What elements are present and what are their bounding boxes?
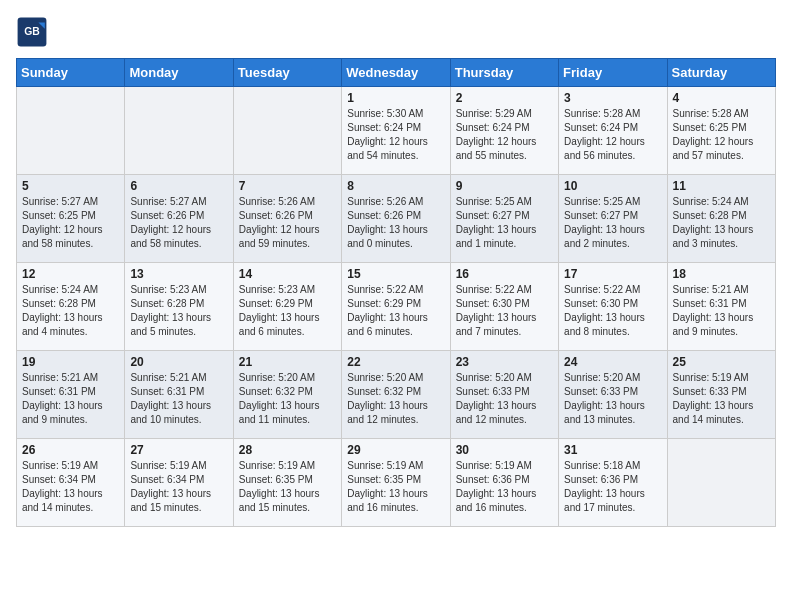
day-number: 28 (239, 443, 336, 457)
day-info: Sunrise: 5:19 AM Sunset: 6:35 PM Dayligh… (239, 459, 336, 515)
day-cell-17: 17Sunrise: 5:22 AM Sunset: 6:30 PM Dayli… (559, 263, 667, 351)
day-info: Sunrise: 5:19 AM Sunset: 6:34 PM Dayligh… (22, 459, 119, 515)
day-info: Sunrise: 5:19 AM Sunset: 6:36 PM Dayligh… (456, 459, 553, 515)
day-info: Sunrise: 5:20 AM Sunset: 6:33 PM Dayligh… (456, 371, 553, 427)
empty-cell (125, 87, 233, 175)
day-cell-2: 2Sunrise: 5:29 AM Sunset: 6:24 PM Daylig… (450, 87, 558, 175)
day-cell-20: 20Sunrise: 5:21 AM Sunset: 6:31 PM Dayli… (125, 351, 233, 439)
svg-text:GB: GB (24, 26, 40, 37)
day-number: 12 (22, 267, 119, 281)
day-cell-29: 29Sunrise: 5:19 AM Sunset: 6:35 PM Dayli… (342, 439, 450, 527)
day-cell-16: 16Sunrise: 5:22 AM Sunset: 6:30 PM Dayli… (450, 263, 558, 351)
day-cell-11: 11Sunrise: 5:24 AM Sunset: 6:28 PM Dayli… (667, 175, 775, 263)
day-cell-31: 31Sunrise: 5:18 AM Sunset: 6:36 PM Dayli… (559, 439, 667, 527)
day-number: 1 (347, 91, 444, 105)
day-info: Sunrise: 5:24 AM Sunset: 6:28 PM Dayligh… (673, 195, 770, 251)
day-info: Sunrise: 5:20 AM Sunset: 6:32 PM Dayligh… (347, 371, 444, 427)
empty-cell (233, 87, 341, 175)
day-number: 17 (564, 267, 661, 281)
day-number: 24 (564, 355, 661, 369)
day-number: 11 (673, 179, 770, 193)
day-info: Sunrise: 5:19 AM Sunset: 6:35 PM Dayligh… (347, 459, 444, 515)
day-number: 10 (564, 179, 661, 193)
day-info: Sunrise: 5:21 AM Sunset: 6:31 PM Dayligh… (130, 371, 227, 427)
day-info: Sunrise: 5:30 AM Sunset: 6:24 PM Dayligh… (347, 107, 444, 163)
day-info: Sunrise: 5:25 AM Sunset: 6:27 PM Dayligh… (456, 195, 553, 251)
day-info: Sunrise: 5:21 AM Sunset: 6:31 PM Dayligh… (673, 283, 770, 339)
weekday-header-friday: Friday (559, 59, 667, 87)
weekday-header-sunday: Sunday (17, 59, 125, 87)
day-cell-4: 4Sunrise: 5:28 AM Sunset: 6:25 PM Daylig… (667, 87, 775, 175)
day-cell-28: 28Sunrise: 5:19 AM Sunset: 6:35 PM Dayli… (233, 439, 341, 527)
day-cell-12: 12Sunrise: 5:24 AM Sunset: 6:28 PM Dayli… (17, 263, 125, 351)
day-info: Sunrise: 5:19 AM Sunset: 6:34 PM Dayligh… (130, 459, 227, 515)
weekday-header-saturday: Saturday (667, 59, 775, 87)
day-cell-15: 15Sunrise: 5:22 AM Sunset: 6:29 PM Dayli… (342, 263, 450, 351)
day-number: 9 (456, 179, 553, 193)
empty-cell (667, 439, 775, 527)
day-number: 8 (347, 179, 444, 193)
day-number: 27 (130, 443, 227, 457)
day-number: 13 (130, 267, 227, 281)
day-cell-21: 21Sunrise: 5:20 AM Sunset: 6:32 PM Dayli… (233, 351, 341, 439)
week-row-5: 26Sunrise: 5:19 AM Sunset: 6:34 PM Dayli… (17, 439, 776, 527)
day-cell-25: 25Sunrise: 5:19 AM Sunset: 6:33 PM Dayli… (667, 351, 775, 439)
day-cell-5: 5Sunrise: 5:27 AM Sunset: 6:25 PM Daylig… (17, 175, 125, 263)
day-info: Sunrise: 5:29 AM Sunset: 6:24 PM Dayligh… (456, 107, 553, 163)
day-cell-3: 3Sunrise: 5:28 AM Sunset: 6:24 PM Daylig… (559, 87, 667, 175)
day-number: 19 (22, 355, 119, 369)
day-info: Sunrise: 5:22 AM Sunset: 6:30 PM Dayligh… (456, 283, 553, 339)
day-info: Sunrise: 5:23 AM Sunset: 6:29 PM Dayligh… (239, 283, 336, 339)
day-number: 29 (347, 443, 444, 457)
day-cell-19: 19Sunrise: 5:21 AM Sunset: 6:31 PM Dayli… (17, 351, 125, 439)
day-cell-8: 8Sunrise: 5:26 AM Sunset: 6:26 PM Daylig… (342, 175, 450, 263)
day-cell-23: 23Sunrise: 5:20 AM Sunset: 6:33 PM Dayli… (450, 351, 558, 439)
page-header: GB (16, 16, 776, 48)
day-info: Sunrise: 5:22 AM Sunset: 6:29 PM Dayligh… (347, 283, 444, 339)
day-cell-22: 22Sunrise: 5:20 AM Sunset: 6:32 PM Dayli… (342, 351, 450, 439)
day-number: 31 (564, 443, 661, 457)
week-row-3: 12Sunrise: 5:24 AM Sunset: 6:28 PM Dayli… (17, 263, 776, 351)
day-number: 23 (456, 355, 553, 369)
day-number: 2 (456, 91, 553, 105)
day-number: 26 (22, 443, 119, 457)
day-cell-27: 27Sunrise: 5:19 AM Sunset: 6:34 PM Dayli… (125, 439, 233, 527)
day-number: 22 (347, 355, 444, 369)
day-info: Sunrise: 5:28 AM Sunset: 6:25 PM Dayligh… (673, 107, 770, 163)
week-row-1: 1Sunrise: 5:30 AM Sunset: 6:24 PM Daylig… (17, 87, 776, 175)
day-number: 3 (564, 91, 661, 105)
weekday-header-wednesday: Wednesday (342, 59, 450, 87)
day-number: 16 (456, 267, 553, 281)
day-info: Sunrise: 5:20 AM Sunset: 6:32 PM Dayligh… (239, 371, 336, 427)
day-number: 15 (347, 267, 444, 281)
day-cell-10: 10Sunrise: 5:25 AM Sunset: 6:27 PM Dayli… (559, 175, 667, 263)
week-row-4: 19Sunrise: 5:21 AM Sunset: 6:31 PM Dayli… (17, 351, 776, 439)
empty-cell (17, 87, 125, 175)
calendar-table: SundayMondayTuesdayWednesdayThursdayFrid… (16, 58, 776, 527)
day-info: Sunrise: 5:25 AM Sunset: 6:27 PM Dayligh… (564, 195, 661, 251)
day-cell-7: 7Sunrise: 5:26 AM Sunset: 6:26 PM Daylig… (233, 175, 341, 263)
day-info: Sunrise: 5:21 AM Sunset: 6:31 PM Dayligh… (22, 371, 119, 427)
day-cell-14: 14Sunrise: 5:23 AM Sunset: 6:29 PM Dayli… (233, 263, 341, 351)
day-number: 4 (673, 91, 770, 105)
day-number: 14 (239, 267, 336, 281)
day-info: Sunrise: 5:26 AM Sunset: 6:26 PM Dayligh… (239, 195, 336, 251)
day-info: Sunrise: 5:20 AM Sunset: 6:33 PM Dayligh… (564, 371, 661, 427)
day-number: 5 (22, 179, 119, 193)
weekday-header-tuesday: Tuesday (233, 59, 341, 87)
day-number: 18 (673, 267, 770, 281)
day-info: Sunrise: 5:22 AM Sunset: 6:30 PM Dayligh… (564, 283, 661, 339)
day-number: 30 (456, 443, 553, 457)
day-info: Sunrise: 5:19 AM Sunset: 6:33 PM Dayligh… (673, 371, 770, 427)
day-info: Sunrise: 5:26 AM Sunset: 6:26 PM Dayligh… (347, 195, 444, 251)
logo: GB (16, 16, 52, 48)
day-cell-13: 13Sunrise: 5:23 AM Sunset: 6:28 PM Dayli… (125, 263, 233, 351)
day-cell-26: 26Sunrise: 5:19 AM Sunset: 6:34 PM Dayli… (17, 439, 125, 527)
day-number: 6 (130, 179, 227, 193)
day-cell-6: 6Sunrise: 5:27 AM Sunset: 6:26 PM Daylig… (125, 175, 233, 263)
day-cell-24: 24Sunrise: 5:20 AM Sunset: 6:33 PM Dayli… (559, 351, 667, 439)
day-number: 7 (239, 179, 336, 193)
day-number: 20 (130, 355, 227, 369)
weekday-header-monday: Monday (125, 59, 233, 87)
day-info: Sunrise: 5:24 AM Sunset: 6:28 PM Dayligh… (22, 283, 119, 339)
